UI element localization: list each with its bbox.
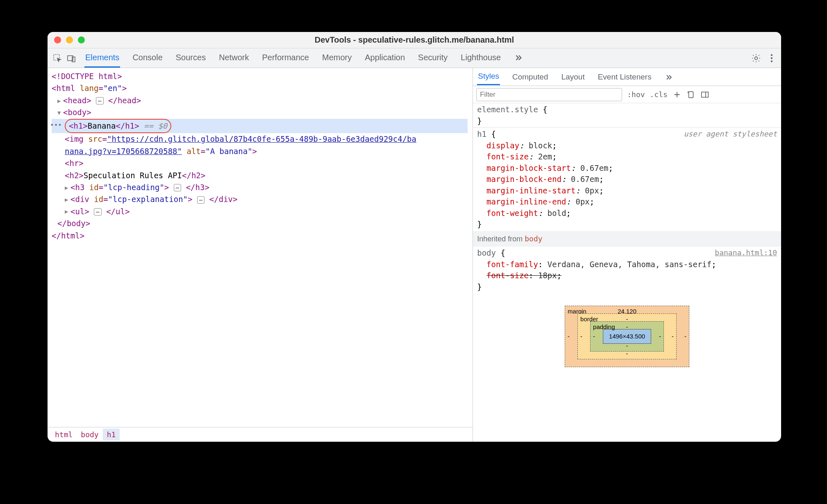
tab-security[interactable]: Security	[417, 49, 448, 68]
stab-layout[interactable]: Layout	[561, 69, 586, 85]
main-tabs: Elements Console Sources Network Perform…	[84, 49, 524, 68]
devtools-window: DevTools - speculative-rules.glitch.me/b…	[48, 32, 781, 442]
bm-padding[interactable]: padding - - - - 1496×43.500	[590, 321, 664, 352]
dom-html-open[interactable]: <html lang="en">	[52, 82, 468, 94]
css-h1-rule[interactable]: user agent stylesheet h1 { display: bloc…	[473, 127, 781, 231]
styles-panel: Styles Computed Layout Event Listeners :…	[473, 68, 781, 442]
dom-h1-selected[interactable]: •••<h1>Banana</h1> == $0	[52, 119, 468, 133]
tab-lighthouse[interactable]: Lighthouse	[460, 49, 502, 68]
more-tabs-icon[interactable]	[513, 49, 524, 68]
dom-head[interactable]: <head> ⋯ </head>	[52, 95, 468, 107]
tab-elements[interactable]: Elements	[84, 49, 120, 68]
collapse-icon[interactable]	[65, 184, 70, 193]
css-rules[interactable]: element.style { } user agent stylesheet …	[473, 103, 781, 442]
dom-h2[interactable]: <h2>Speculation Rules API</h2>	[52, 170, 468, 182]
svg-point-5	[771, 57, 772, 59]
styles-tabs: Styles Computed Layout Event Listeners	[473, 68, 781, 86]
dom-panel: <!DOCTYPE html> <html lang="en"> <head> …	[48, 68, 473, 442]
new-style-rule-icon[interactable]	[673, 90, 682, 99]
more-menu-icon[interactable]	[766, 53, 777, 64]
minimize-window-button[interactable]	[66, 36, 73, 43]
crumb-body[interactable]: body	[77, 429, 102, 440]
collapse-icon[interactable]	[65, 195, 70, 204]
dom-hr[interactable]: <hr>	[52, 157, 468, 169]
stab-listeners[interactable]: Event Listeners	[597, 69, 652, 85]
crumb-h1[interactable]: h1	[103, 429, 120, 440]
svg-rect-8	[702, 92, 709, 97]
titlebar: DevTools - speculative-rules.glitch.me/b…	[48, 32, 781, 48]
dom-body-open[interactable]: <body>	[52, 107, 468, 118]
svg-rect-2	[72, 57, 75, 62]
svg-point-3	[755, 57, 758, 59]
ellipsis-icon[interactable]: ⋯	[96, 97, 103, 104]
collapse-icon[interactable]	[65, 207, 70, 216]
toggle-sidebar-icon[interactable]	[700, 90, 709, 99]
ellipsis-icon[interactable]: ⋯	[94, 208, 101, 216]
tab-application[interactable]: Application	[364, 49, 406, 68]
tab-console[interactable]: Console	[132, 49, 163, 68]
bm-margin[interactable]: margin 24.120 - - border - - - -	[565, 306, 689, 367]
ellipsis-icon[interactable]: ⋯	[197, 196, 204, 204]
ellipsis-icon[interactable]: ⋯	[174, 184, 181, 191]
dom-h3[interactable]: <h3 id="lcp-heading"> ⋯ </h3>	[52, 182, 468, 193]
stab-styles[interactable]: Styles	[477, 68, 500, 85]
tab-sources[interactable]: Sources	[175, 49, 207, 68]
css-source-ua: user agent stylesheet	[684, 129, 777, 139]
css-body-rule[interactable]: banana.html:10 body { font-family: Verda…	[473, 247, 781, 293]
dom-tree[interactable]: <!DOCTYPE html> <html lang="en"> <head> …	[48, 68, 473, 427]
tab-memory[interactable]: Memory	[321, 49, 352, 68]
inherited-from-bar: Inherited from body	[473, 231, 781, 247]
main-toolbar: Elements Console Sources Network Perform…	[48, 48, 781, 68]
css-element-style[interactable]: element.style { }	[473, 103, 781, 127]
dom-body-close[interactable]: </body>	[52, 218, 468, 229]
css-source-link[interactable]: banana.html:10	[715, 247, 777, 258]
svg-point-4	[771, 54, 772, 56]
more-stabs-icon[interactable]	[664, 70, 674, 84]
dom-breadcrumb: html body h1	[48, 427, 473, 442]
dom-img-cont[interactable]: nana.jpg?v=1705668720588" alt="A banana"…	[52, 145, 468, 157]
main-content: <!DOCTYPE html> <html lang="en"> <head> …	[48, 68, 781, 442]
styles-toolbar: :hov .cls	[473, 86, 781, 103]
settings-icon[interactable]	[751, 53, 761, 64]
collapse-icon[interactable]	[57, 109, 63, 118]
dom-doctype[interactable]: <!DOCTYPE html>	[52, 70, 468, 82]
styles-filter-input[interactable]	[476, 88, 622, 101]
hov-toggle[interactable]: :hov	[627, 90, 645, 99]
close-window-button[interactable]	[54, 36, 61, 43]
cls-toggle[interactable]: .cls	[650, 90, 668, 99]
tab-performance[interactable]: Performance	[261, 49, 310, 68]
computed-sidebar-icon[interactable]	[686, 90, 695, 99]
svg-point-6	[771, 60, 772, 62]
box-model-diagram: margin 24.120 - - border - - - -	[473, 293, 781, 367]
tab-network[interactable]: Network	[218, 49, 250, 68]
crumb-html[interactable]: html	[51, 429, 77, 440]
dom-div[interactable]: <div id="lcp-explanation"> ⋯ </div>	[52, 193, 468, 205]
svg-rect-7	[688, 91, 693, 98]
device-toolbar-icon[interactable]	[66, 52, 77, 64]
stab-computed[interactable]: Computed	[511, 69, 549, 85]
collapse-icon[interactable]	[57, 97, 63, 106]
dom-img[interactable]: <img src="https://cdn.glitch.global/87b4…	[52, 133, 468, 145]
bm-border[interactable]: border - - - - padding - - -	[577, 313, 677, 359]
inspect-element-icon[interactable]	[52, 52, 63, 64]
dom-html-close[interactable]: </html>	[52, 230, 468, 242]
window-controls	[54, 36, 85, 43]
row-actions-icon[interactable]: •••	[50, 120, 62, 131]
dom-ul[interactable]: <ul> ⋯ </ul>	[52, 206, 468, 218]
maximize-window-button[interactable]	[78, 36, 85, 43]
window-title: DevTools - speculative-rules.glitch.me/b…	[48, 35, 781, 45]
